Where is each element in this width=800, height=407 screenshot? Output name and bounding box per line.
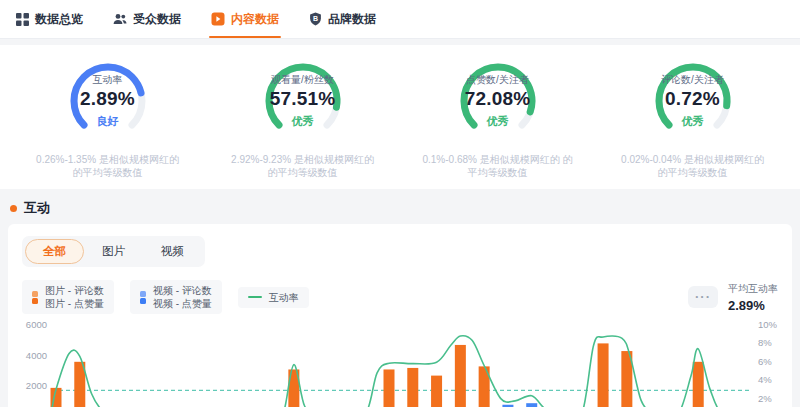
media-filter-tabs: 全部图片视频 bbox=[22, 236, 205, 267]
left-axis-tick: 6000 bbox=[26, 320, 47, 330]
filter-tab-videos[interactable]: 视频 bbox=[143, 239, 202, 264]
gauge-status-badge: 良好 bbox=[97, 114, 119, 129]
tab-label: 数据总览 bbox=[35, 11, 83, 28]
interaction-chart: 600040002000010%8%6%4%2%02024-11-192024-… bbox=[22, 320, 790, 407]
bar-图片[interactable] bbox=[384, 369, 395, 407]
chart-container: 600040002000010%8%6%4%2%02024-11-192024-… bbox=[22, 320, 778, 407]
bar-图片[interactable] bbox=[431, 376, 442, 407]
bar-图片[interactable] bbox=[598, 343, 609, 407]
audience-icon bbox=[113, 13, 127, 26]
tab-data-overview[interactable]: 数据总览 bbox=[16, 0, 83, 38]
gauge-status-badge: 优秀 bbox=[292, 114, 314, 129]
legend-labels: 互动率 bbox=[269, 291, 299, 304]
filter-tab-images[interactable]: 图片 bbox=[84, 239, 143, 264]
legend-videos[interactable]: 视频 - 评论数视频 - 点赞量 bbox=[130, 280, 222, 314]
left-axis-tick: 2000 bbox=[26, 380, 47, 391]
gauge-dial: 点赞数/关注者72.08%优秀 bbox=[448, 57, 548, 141]
top-nav: 数据总览受众数据内容数据B品牌数据 bbox=[0, 0, 800, 39]
gauge-text: 评论数/关注者0.72%优秀 bbox=[643, 57, 743, 141]
gauge-dial: 评论数/关注者0.72%优秀 bbox=[643, 57, 743, 141]
section-header: 互动 bbox=[10, 199, 800, 217]
tab-brand-data[interactable]: B品牌数据 bbox=[309, 0, 376, 38]
gauge-label: 互动率 bbox=[93, 73, 123, 87]
more-options-button[interactable]: ··· bbox=[688, 286, 718, 308]
left-axis-tick: 4000 bbox=[26, 350, 47, 361]
gauge-text: 观看量/粉丝数57.51%优秀 bbox=[253, 57, 353, 141]
tab-label: 品牌数据 bbox=[328, 11, 376, 28]
gauge-summary-card: 互动率2.89%良好0.26%-1.35% 是相似规模网红的的平均等级数值观看量… bbox=[0, 45, 800, 189]
gauge-value: 2.89% bbox=[80, 88, 135, 110]
right-axis-tick: 10% bbox=[758, 320, 778, 330]
gauge-value: 57.51% bbox=[270, 88, 336, 110]
gauge-hint: 0.26%-1.35% 是相似规模网红的的平均等级数值 bbox=[36, 153, 179, 179]
gauge-status-badge: 优秀 bbox=[682, 114, 704, 129]
legend-labels: 视频 - 评论数视频 - 点赞量 bbox=[153, 284, 212, 310]
bar-图片[interactable] bbox=[693, 362, 704, 407]
grid-icon bbox=[16, 13, 29, 26]
legend-labels: 图片 - 评论数图片 - 点赞量 bbox=[45, 284, 104, 310]
filter-tab-all[interactable]: 全部 bbox=[25, 239, 84, 264]
svg-text:B: B bbox=[313, 15, 318, 22]
bar-图片[interactable] bbox=[455, 345, 466, 407]
right-axis-tick: 4% bbox=[758, 374, 772, 385]
bar-视频[interactable] bbox=[526, 403, 537, 407]
section-bullet-icon bbox=[10, 205, 17, 212]
content-icon bbox=[211, 12, 225, 26]
tab-label: 受众数据 bbox=[133, 11, 181, 28]
average-rate-block: 平均互动率 2.89% bbox=[728, 282, 778, 313]
gauge-text: 点赞数/关注者72.08%优秀 bbox=[448, 57, 548, 141]
section-title: 互动 bbox=[24, 199, 50, 217]
tab-audience-data[interactable]: 受众数据 bbox=[113, 0, 181, 38]
gauge-hint: 0.1%-0.68% 是相似规模网红的 的平均等级数值 bbox=[422, 153, 572, 179]
legend-line-icon bbox=[248, 296, 262, 298]
tab-content-data[interactable]: 内容数据 bbox=[211, 0, 279, 38]
right-axis-tick: 6% bbox=[758, 356, 772, 367]
right-axis-tick: 8% bbox=[758, 337, 772, 348]
gauge-hint: 2.92%-9.23% 是相似规模网红的的平均等级数值 bbox=[231, 153, 374, 179]
gauge-label: 观看量/粉丝数 bbox=[271, 73, 334, 87]
legend-row: 图片 - 评论数图片 - 点赞量视频 - 评论数视频 - 点赞量互动率 ··· … bbox=[22, 280, 778, 314]
gauge-views-per-follower: 观看量/粉丝数57.51%优秀2.92%-9.23% 是相似规模网红的的平均等级… bbox=[205, 57, 400, 179]
gauge-dial: 观看量/粉丝数57.51%优秀 bbox=[253, 57, 353, 141]
brand-icon: B bbox=[309, 12, 322, 26]
legend-images[interactable]: 图片 - 评论数图片 - 点赞量 bbox=[22, 280, 114, 314]
gauge-interaction-rate: 互动率2.89%良好0.26%-1.35% 是相似规模网红的的平均等级数值 bbox=[10, 57, 205, 179]
gauge-status-badge: 优秀 bbox=[487, 114, 509, 129]
gauge-comments-per-follower: 评论数/关注者0.72%优秀0.02%-0.04% 是相似规模网红的的平均等级数… bbox=[595, 57, 790, 179]
gauge-label: 评论数/关注者 bbox=[661, 73, 724, 87]
gauge-value: 0.72% bbox=[665, 88, 720, 110]
average-rate-label: 平均互动率 bbox=[728, 282, 778, 296]
interaction-card: 全部图片视频 图片 - 评论数图片 - 点赞量视频 - 评论数视频 - 点赞量互… bbox=[8, 224, 792, 407]
interaction-rate-line bbox=[51, 336, 743, 407]
legend-bar-icon bbox=[140, 291, 146, 304]
tab-label: 内容数据 bbox=[231, 11, 279, 28]
right-axis-tick: 2% bbox=[758, 393, 772, 404]
gauge-likes-per-follower: 点赞数/关注者72.08%优秀0.1%-0.68% 是相似规模网红的 的平均等级… bbox=[400, 57, 595, 179]
legend-interaction-rate[interactable]: 互动率 bbox=[238, 287, 309, 308]
average-rate-value: 2.89% bbox=[728, 298, 765, 313]
gauge-text: 互动率2.89%良好 bbox=[58, 57, 158, 141]
bar-图片[interactable] bbox=[407, 368, 418, 407]
legend-bar-icon bbox=[32, 291, 38, 304]
gauge-value: 72.08% bbox=[465, 88, 531, 110]
gauge-dial: 互动率2.89%良好 bbox=[58, 57, 158, 141]
gauge-label: 点赞数/关注者 bbox=[466, 73, 529, 87]
gauge-hint: 0.02%-0.04% 是相似规模网红的的平均等级数值 bbox=[621, 153, 764, 179]
